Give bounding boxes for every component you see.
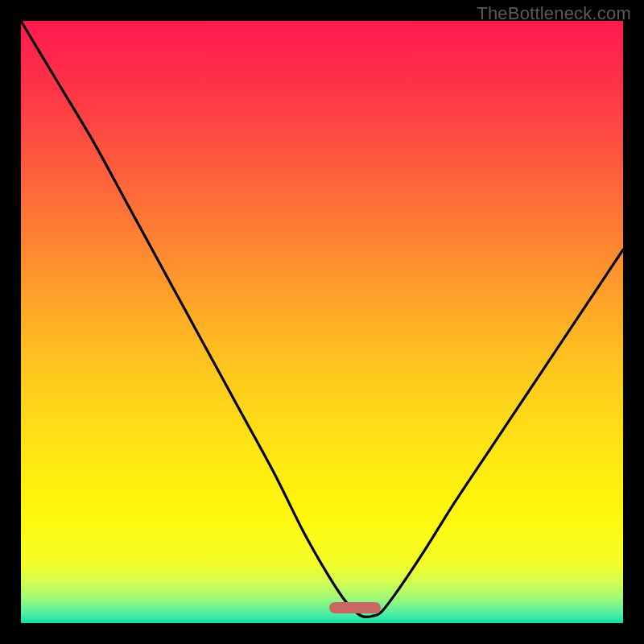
- watermark-text: TheBottleneck.com: [477, 3, 631, 24]
- bottleneck-curve: [21, 21, 623, 623]
- plot-area: [21, 21, 623, 623]
- chart-frame: TheBottleneck.com: [0, 0, 644, 644]
- optimal-marker: [329, 602, 381, 613]
